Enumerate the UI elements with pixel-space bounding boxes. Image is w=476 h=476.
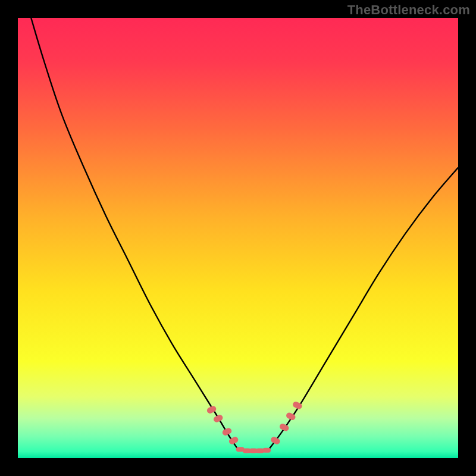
chart-frame: TheBottleneck.com <box>0 0 476 476</box>
plot-area <box>18 18 458 458</box>
left-curve <box>31 18 238 449</box>
marker-dot <box>270 436 281 445</box>
marker-dot <box>262 448 271 453</box>
attribution-text: TheBottleneck.com <box>347 2 470 18</box>
curves-layer <box>18 18 458 458</box>
marker-dot <box>221 427 233 437</box>
bottleneck-markers <box>206 400 303 453</box>
marker-dot <box>212 414 224 423</box>
